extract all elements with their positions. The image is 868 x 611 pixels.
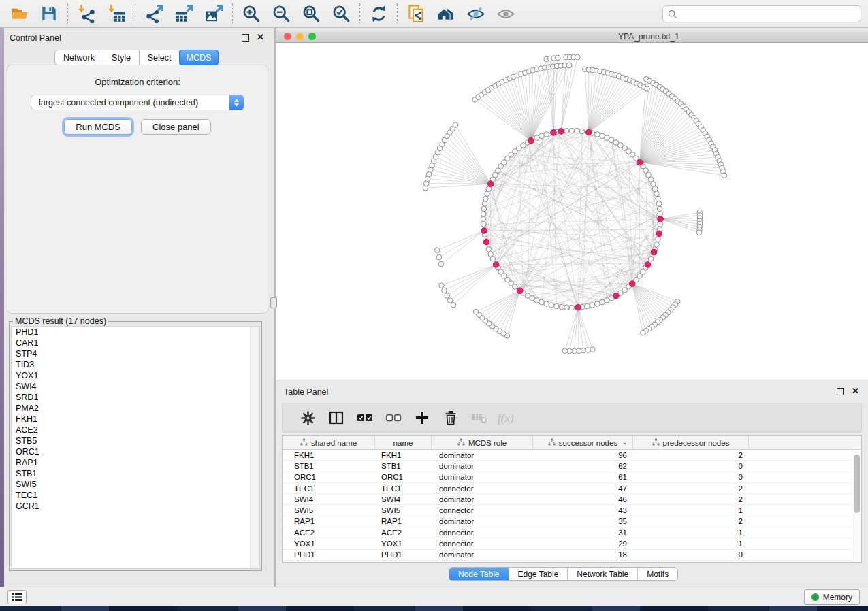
select-all-button[interactable] [351,413,379,423]
mcds-result-node[interactable]: TID3 [12,359,259,370]
close-panel-icon[interactable]: ✕ [852,386,859,396]
mcds-result-node[interactable]: PHD1 [12,327,259,337]
tab-network[interactable]: Network [54,50,103,65]
network-window: YPA_prune.txt_1 [276,30,868,380]
maximize-window-icon[interactable] [308,33,316,40]
tab-edge-table[interactable]: Edge Table [509,568,568,580]
export-network-button[interactable] [139,2,169,25]
tab-mcds[interactable]: MCDS [179,50,219,65]
export-image-button[interactable] [199,2,229,25]
mcds-result-node[interactable]: RAP1 [12,457,259,468]
network-window-titlebar[interactable]: YPA_prune.txt_1 [276,30,868,43]
mcds-result-list[interactable]: PHD1CAR1STP4TID3YOX1SWI4SRD1PMA2FKH1ACE2… [11,326,260,569]
column-header-name[interactable]: name [375,436,432,449]
network-canvas[interactable] [276,43,868,380]
table-row[interactable]: TEC1TEC1connector472 [283,483,861,494]
table-row[interactable]: YOX1YOX1connector291 [283,538,861,549]
table-row[interactable]: ACE2ACE2connector311 [283,527,861,538]
column-header-shared-name[interactable]: shared name [283,436,375,449]
run-mcds-button[interactable]: Run MCDS [64,119,132,135]
close-window-icon[interactable] [284,33,291,40]
mcds-result-node[interactable]: SWI5 [12,479,259,490]
zoom-in-button[interactable] [236,2,266,25]
splitter-grip[interactable] [270,297,277,308]
duplicate-network-button[interactable] [401,2,431,25]
toolbar-separator [359,3,360,24]
import-table-button[interactable] [101,2,131,25]
column-header-MCDS-role[interactable]: MCDS role [432,436,533,449]
split-panel-button[interactable] [322,411,351,425]
table-row[interactable]: PHD1PHD1dominator180 [283,550,861,561]
column-header-successor-nodes[interactable]: successor nodes⌄ [533,436,633,449]
optimization-criterion-select[interactable]: largest connected component (undirected) [31,95,244,110]
open-file-button[interactable] [4,2,34,25]
hide-selected-button[interactable] [461,2,491,25]
mcds-result-node[interactable]: ORC1 [12,446,259,457]
svg-text:f(x): f(x) [498,412,514,425]
satellite-nodes[interactable] [423,54,727,354]
mcds-result-node[interactable]: CAR1 [12,337,259,348]
add-column-button[interactable] [408,411,436,425]
mcds-result-node[interactable]: SRD1 [12,392,259,403]
mcds-result-node[interactable]: ACE2 [12,425,259,435]
shared-column-icon [457,438,465,447]
toolbar-separator [397,3,398,24]
zoom-out-button[interactable] [266,2,296,25]
minimize-window-icon[interactable] [296,33,304,40]
float-panel-icon[interactable] [242,34,249,42]
show-log-button[interactable] [7,590,27,604]
cell-mcds_role: connector [432,506,533,514]
network-window-title: YPA_prune.txt_1 [618,32,679,42]
cell-successor_nodes: 31 [533,529,633,537]
tab-select[interactable]: Select [139,50,180,65]
cell-name: SWI5 [375,506,432,514]
table-row[interactable]: STB1STB1dominator620 [283,461,861,472]
mcds-result-node[interactable]: YOX1 [12,370,259,381]
table-scrollbar[interactable] [852,450,861,562]
mcds-result-node[interactable]: FKH1 [12,414,259,425]
delete-column-button[interactable] [436,411,465,425]
table-row[interactable]: SWI5SWI5connector431 [283,505,861,516]
cell-name: YOX1 [375,540,432,548]
select-stepper-icon [229,95,244,110]
mcds-result-node[interactable]: GCR1 [12,501,259,512]
export-table-button[interactable] [169,2,199,25]
deselect-all-button[interactable] [379,413,408,423]
mcds-list-scrollbar[interactable] [250,327,259,568]
cell-shared_name: RAP1 [283,517,375,525]
mcds-result-node[interactable]: STP4 [12,348,259,359]
table-scrollbar-thumb[interactable] [854,455,860,513]
zoom-fit-button[interactable] [296,2,326,25]
show-all-networks-button[interactable] [431,2,461,25]
close-panel-icon[interactable]: ✕ [257,32,264,42]
save-session-button[interactable] [34,2,64,25]
import-network-button[interactable] [71,2,101,25]
mcds-result-node[interactable]: STB1 [12,468,259,479]
tab-motifs[interactable]: Motifs [637,568,677,580]
network-graph[interactable] [276,43,868,380]
close-panel-button[interactable]: Close panel [141,119,211,135]
table-row[interactable]: SWI4SWI4dominator462 [283,494,861,505]
show-hidden-button[interactable] [491,2,521,25]
mcds-result-node[interactable]: SWI4 [12,381,259,392]
search-box[interactable] [662,5,861,22]
table-settings-button[interactable] [293,411,322,425]
table-row[interactable]: RAP1RAP1dominator352 [283,516,861,527]
tab-network-table[interactable]: Network Table [567,568,637,580]
column-header-predecessor-nodes[interactable]: predecessor nodes [633,436,749,449]
search-input[interactable] [681,7,861,21]
eye-slash-icon [466,5,485,23]
cell-predecessor_nodes: 0 [633,550,749,559]
refresh-button[interactable] [364,2,393,25]
float-panel-icon[interactable] [837,388,844,395]
mcds-result-node[interactable]: PMA2 [12,403,259,414]
table-row[interactable]: ORC1ORC1dominator610 [283,472,861,483]
table-row[interactable]: FKH1FKH1dominator962 [283,450,861,461]
mcds-result-node[interactable]: TEC1 [12,490,259,501]
memory-button[interactable]: Memory [804,589,860,605]
toolbar-separator [67,3,68,24]
zoom-selected-button[interactable] [326,2,356,25]
mcds-result-node[interactable]: STB5 [12,435,259,446]
tab-style[interactable]: Style [103,50,140,65]
tab-node-table[interactable]: Node Table [449,568,509,580]
